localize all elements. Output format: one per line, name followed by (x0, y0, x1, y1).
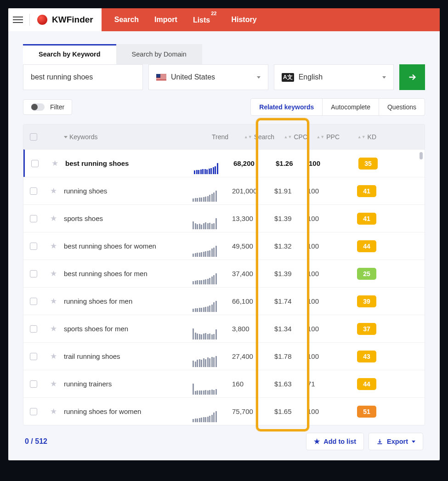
star-icon[interactable]: ★ (50, 296, 64, 306)
seg-questions[interactable]: Questions (379, 99, 425, 115)
results-toolbar: Filter Related keywords Autocomplete Que… (23, 98, 425, 116)
col-trend[interactable]: Trend (193, 133, 228, 141)
language-value: English (299, 73, 323, 81)
search-button[interactable] (399, 64, 425, 90)
row-checkbox[interactable] (30, 243, 37, 250)
star-icon[interactable]: ★ (50, 324, 64, 334)
table-row[interactable]: ★best running shoes for men37,400$1.3910… (23, 260, 425, 287)
keyword-cell[interactable]: sports shoes for men (64, 325, 193, 333)
kd-badge: 41 (357, 213, 376, 225)
nav-import[interactable]: Import (154, 16, 177, 24)
lists-count-badge: 22 (211, 11, 216, 16)
kd-badge: 35 (358, 158, 378, 170)
keyword-cell[interactable]: running shoes (64, 187, 193, 195)
ppc-cell: 100 (307, 352, 340, 360)
star-fill-icon: ★ (314, 438, 320, 445)
tab-search-domain[interactable]: Search by Domain (116, 44, 202, 64)
row-checkbox[interactable] (30, 353, 37, 360)
keyword-cell[interactable]: best running shoes for men (64, 270, 193, 277)
row-checkbox[interactable] (31, 160, 39, 167)
add-to-list-label: Add to list (323, 438, 356, 445)
col-kd-label: KD (368, 133, 376, 141)
col-keywords[interactable]: Keywords (64, 133, 193, 141)
cpc-cell: $1.32 (274, 242, 307, 250)
row-checkbox[interactable] (30, 215, 37, 222)
search-volume-cell: 66,100 (228, 297, 274, 305)
star-icon[interactable]: ★ (51, 158, 65, 168)
nav-search[interactable]: Search (114, 16, 139, 24)
language-select[interactable]: A文English (274, 64, 394, 90)
table-row[interactable]: ★running shoes for men66,100$1.7410039 (23, 287, 425, 315)
table-row[interactable]: ★running shoes201,000$1.9110041 (23, 177, 425, 204)
table-row[interactable]: ★running trainers160$1.637144 (23, 370, 425, 397)
results-footer: 0 / 512 ★ Add to list Export (23, 425, 425, 452)
search-volume-cell: 75,700 (228, 407, 274, 415)
sort-icon: ▲▼ (357, 136, 366, 138)
kd-badge: 43 (357, 351, 376, 362)
table-row[interactable]: ★running shoes for women75,700$1.6510051 (23, 397, 425, 425)
col-cpc[interactable]: ▲▼CPC (274, 133, 307, 141)
row-checkbox[interactable] (30, 408, 37, 415)
cpc-cell: $1.74 (274, 297, 307, 305)
export-button[interactable]: Export (369, 433, 423, 450)
kd-badge: 37 (357, 323, 376, 335)
kd-badge: 44 (357, 378, 376, 390)
hamburger-icon[interactable] (13, 15, 23, 25)
star-icon[interactable]: ★ (50, 241, 64, 251)
add-to-list-button[interactable]: ★ Add to list (306, 433, 364, 450)
trend-sparkline (193, 383, 228, 395)
table-row[interactable]: ★best running shoes for women49,500$1.32… (23, 232, 425, 260)
keyword-cell[interactable]: running shoes for women (64, 407, 193, 415)
star-icon[interactable]: ★ (50, 186, 64, 196)
tab-search-keyword[interactable]: Search by Keyword (23, 44, 116, 64)
col-search[interactable]: ▲▼Search (228, 133, 274, 141)
table-row[interactable]: ★trail running shoes27,400$1.7810043 (23, 342, 425, 370)
col-ppc[interactable]: ▲▼PPC (307, 133, 340, 141)
star-icon[interactable]: ★ (50, 351, 64, 361)
row-checkbox[interactable] (30, 325, 37, 333)
star-icon[interactable]: ★ (50, 269, 64, 278)
keyword-cell[interactable]: running shoes for men (64, 297, 193, 305)
row-checkbox[interactable] (30, 270, 37, 277)
keyword-cell[interactable]: running trainers (64, 380, 193, 388)
star-icon[interactable]: ★ (50, 407, 64, 416)
trend-sparkline (193, 355, 228, 367)
export-label: Export (387, 438, 408, 445)
kd-badge: 39 (357, 295, 376, 307)
table-row[interactable]: ★sports shoes for men3,800$1.3410037 (23, 315, 425, 342)
col-kd[interactable]: ▲▼KD (340, 133, 376, 141)
table-header: Keywords Trend ▲▼Search ▲▼CPC ▲▼PPC ▲▼KD (23, 124, 425, 149)
country-select[interactable]: United States (148, 64, 268, 90)
search-volume-cell: 3,800 (228, 325, 274, 333)
keyword-cell[interactable]: sports shoes (64, 215, 193, 222)
brand-area: KWFinder (8, 8, 102, 31)
result-type-segmented: Related keywords Autocomplete Questions (250, 98, 425, 116)
divider (29, 14, 30, 26)
toggle-icon (31, 103, 45, 111)
keyword-cell[interactable]: best running shoes for women (64, 242, 193, 250)
row-checkbox[interactable] (30, 380, 37, 388)
nav-history[interactable]: History (231, 16, 256, 24)
star-icon[interactable]: ★ (50, 379, 64, 389)
row-checkbox[interactable] (30, 187, 37, 195)
select-all-checkbox[interactable] (30, 133, 37, 141)
ppc-cell: 100 (307, 270, 340, 277)
nav-lists[interactable]: Lists22 (193, 15, 216, 24)
flag-icon (156, 74, 166, 80)
ppc-cell: 100 (307, 407, 340, 415)
trend-sparkline (193, 328, 228, 340)
filter-toggle[interactable]: Filter (23, 99, 72, 115)
col-keywords-label: Keywords (69, 133, 97, 141)
seg-autocomplete[interactable]: Autocomplete (322, 99, 379, 115)
star-icon[interactable]: ★ (50, 214, 64, 223)
table-row[interactable]: ★best running shoes68,200$1.2610035 (23, 149, 425, 177)
arrow-right-icon (407, 72, 417, 82)
keyword-cell[interactable]: trail running shoes (64, 352, 193, 360)
table-row[interactable]: ★sports shoes13,300$1.3910041 (23, 204, 425, 232)
keyword-cell[interactable]: best running shoes (65, 159, 194, 167)
scrollbar[interactable] (420, 152, 423, 159)
keyword-input[interactable]: best running shoes (23, 64, 143, 90)
seg-related[interactable]: Related keywords (251, 99, 322, 115)
chevron-down-icon (257, 76, 261, 79)
row-checkbox[interactable] (30, 298, 37, 305)
